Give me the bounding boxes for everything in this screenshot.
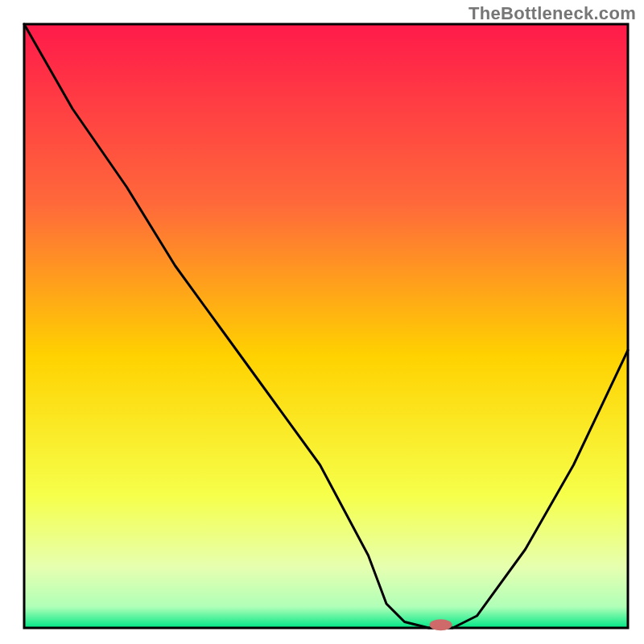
optimal-marker (430, 619, 452, 630)
bottleneck-chart (0, 0, 644, 644)
gradient-field (24, 24, 628, 628)
chart-container: { "watermark": "TheBottleneck.com", "cha… (0, 0, 644, 644)
